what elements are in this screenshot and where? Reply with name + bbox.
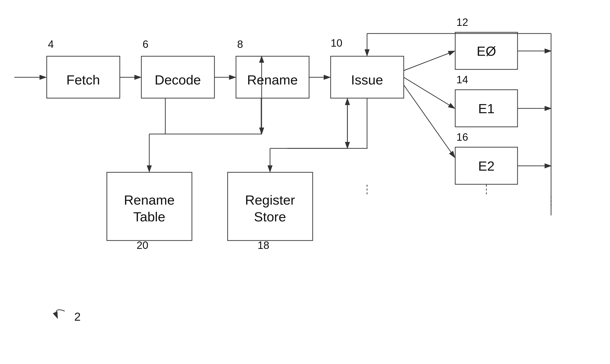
diagram: 4 6 8 10 12 14 16 20 18 2 Fetch Decode R… <box>0 0 610 364</box>
fig-arrow <box>56 310 65 318</box>
rename-label: Rename <box>247 72 298 87</box>
ref-20: 20 <box>137 239 148 251</box>
issue-e0-arrow <box>404 51 455 71</box>
ref-18: 18 <box>258 239 269 251</box>
register-store-label-1: Register <box>245 192 295 208</box>
figure-number: 2 <box>74 310 81 323</box>
rename-table-label-1: Rename <box>124 192 175 208</box>
ref-10: 10 <box>331 37 342 49</box>
rename-table-label-2: Table <box>133 209 165 224</box>
issue-label: Issue <box>351 72 383 87</box>
issue-e2-arrow <box>404 85 455 157</box>
ref-16: 16 <box>457 131 468 143</box>
e2-label: E2 <box>478 158 495 173</box>
issue-e1-arrow <box>404 77 455 108</box>
ref-8: 8 <box>237 38 243 50</box>
fetch-label: Fetch <box>66 72 100 87</box>
ref-14: 14 <box>457 74 468 85</box>
e0-label: EØ <box>477 44 496 59</box>
e1-label: E1 <box>478 101 495 116</box>
ref-4: 4 <box>48 38 54 50</box>
register-store-label-2: Store <box>254 209 286 224</box>
diagram-svg: 4 6 8 10 12 14 16 20 18 2 Fetch Decode R… <box>0 0 610 364</box>
decode-label: Decode <box>154 72 201 87</box>
ref-6: 6 <box>143 38 148 50</box>
ref-12: 12 <box>457 16 468 28</box>
